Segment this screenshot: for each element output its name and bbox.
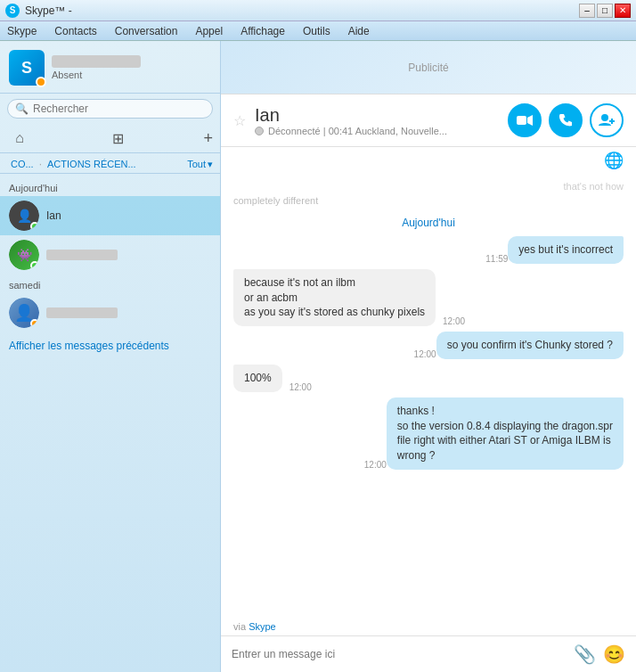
grid-icon[interactable]: ⊞ <box>105 127 130 149</box>
status-circle-icon <box>255 127 264 135</box>
group-label-saturday: samedi <box>0 275 220 293</box>
profile-status: Absent <box>52 70 211 80</box>
skype-icon: S <box>5 4 20 18</box>
message-time-5: 12:00 <box>364 460 387 470</box>
thanks-line-1: thanks ! <box>397 404 613 419</box>
search-area: 🔍 <box>0 94 220 124</box>
tab-contacts[interactable]: CO... <box>7 157 37 171</box>
menu-aide[interactable]: Aide <box>345 23 373 39</box>
contact-name-3 <box>46 307 118 318</box>
faded-message-2: completely different <box>233 195 318 206</box>
world-icon-area: 🌐 <box>221 147 636 172</box>
add-participant-button[interactable] <box>590 103 624 137</box>
star-icon[interactable]: ☆ <box>233 112 246 129</box>
contact-status-dot-2 <box>30 261 39 270</box>
titlebar-title: Skype™ - <box>25 4 72 17</box>
profile-status-dot <box>36 77 46 87</box>
message-time-4: 12:00 <box>289 382 312 392</box>
thanks-line-3: file right with either Atari ST or Amiga… <box>397 433 613 448</box>
sidebar: S Absent 🔍 ⌂ ⊞ + CO... · <box>0 41 221 672</box>
chat-contact-name: Ian <box>255 105 499 126</box>
message-input[interactable] <box>232 648 567 660</box>
chat-header-info: Ian Déconnecté | 00:41 Auckland, Nouvell… <box>255 105 499 136</box>
world-icon: 🌐 <box>604 152 624 169</box>
nav-icons: ⌂ ⊞ + <box>0 124 220 153</box>
group-label-today: Aujourd'hui <box>0 177 220 196</box>
tabs-area: CO... · ACTIONS RÉCEN... Tout ▾ <box>0 153 220 174</box>
chat-panel: Publicité ☆ Ian Déconnecté | 00:41 Auckl… <box>221 41 636 672</box>
ad-text: Publicité <box>408 61 448 74</box>
bubble-line-1: because it's not an ilbm <box>244 275 425 291</box>
titlebar: S Skype™ - – □ ✕ <box>0 0 636 21</box>
contact-status-dot-ian <box>30 222 39 231</box>
search-box[interactable]: 🔍 <box>7 99 213 119</box>
menu-affichage[interactable]: Affichage <box>237 23 289 39</box>
tab-all[interactable]: Tout ▾ <box>187 159 213 170</box>
message-row-sent-2: 12:00 so you confirm it's Chunky stored … <box>233 332 624 359</box>
close-button[interactable]: ✕ <box>615 4 631 18</box>
svg-marker-1 <box>527 115 533 126</box>
bubble-line-3: as you say it's stored as chunky pixels <box>244 305 425 320</box>
chat-contact-status: Déconnecté | 00:41 Auckland, Nouvelle... <box>255 126 499 136</box>
faded-row-2: completely different <box>233 195 624 209</box>
contact-item-ian[interactable]: 👤 Ian <box>0 196 220 235</box>
message-time-1: 11:59 <box>485 254 508 264</box>
add-contact-button[interactable]: + <box>204 129 214 148</box>
maximize-button[interactable]: □ <box>597 4 613 18</box>
minimize-button[interactable]: – <box>579 4 595 18</box>
bubble-sent-1: yes but it's incorrect <box>508 236 624 264</box>
date-divider: Aujourd'hui <box>233 217 624 229</box>
menubar: Skype Contacts Conversation Appel Affich… <box>0 21 636 41</box>
chat-input-area: 📎 😊 <box>221 635 636 672</box>
menu-skype[interactable]: Skype <box>4 23 40 39</box>
tab-recent[interactable]: ACTIONS RÉCEN... <box>44 157 140 171</box>
home-icon[interactable]: ⌂ <box>7 127 32 149</box>
tab-all-label: Tout <box>187 159 206 169</box>
contact-name-ian: Ian <box>46 209 61 222</box>
contact-item-2[interactable]: 👾 <box>0 235 220 275</box>
chat-header: ☆ Ian Déconnecté | 00:41 Auckland, Nouve… <box>221 94 636 147</box>
bubble-received-1: because it's not an ilbm or an acbm as y… <box>233 269 436 326</box>
attachment-icon[interactable]: 📎 <box>574 643 596 665</box>
contact-status-dot-3 <box>30 319 39 328</box>
main-layout: S Absent 🔍 ⌂ ⊞ + CO... · <box>0 41 636 672</box>
voice-call-button[interactable] <box>549 103 583 137</box>
message-time-2: 12:00 <box>443 316 465 326</box>
profile-info: Absent <box>52 55 211 80</box>
message-time-3: 12:00 <box>414 349 436 359</box>
message-row-received-1: because it's not an ilbm or an acbm as y… <box>233 269 624 326</box>
menu-conversation[interactable]: Conversation <box>111 23 182 39</box>
chat-messages[interactable]: that's not how completely different Aujo… <box>221 172 636 621</box>
ad-area: Publicité <box>221 41 636 94</box>
contact-avatar-3: 👤 <box>9 298 39 328</box>
menu-outils[interactable]: Outils <box>299 23 334 39</box>
skype-link[interactable]: Skype <box>249 621 276 632</box>
contact-list: Aujourd'hui 👤 Ian 👾 samedi <box>0 174 220 672</box>
bubble-received-2: 100% <box>233 365 282 392</box>
menu-appel[interactable]: Appel <box>192 23 226 39</box>
titlebar-left: S Skype™ - <box>5 4 72 18</box>
chat-header-actions <box>508 103 624 137</box>
message-row-received-2: 100% 12:00 <box>233 365 624 392</box>
emoji-icon[interactable]: 😊 <box>603 643 625 665</box>
thanks-line-4: wrong ? <box>397 448 613 463</box>
chevron-down-icon: ▾ <box>208 159 213 170</box>
show-more-link[interactable]: Afficher les messages précédents <box>0 332 220 359</box>
bubble-sent-3: thanks ! so the version 0.8.4 displaying… <box>387 397 624 470</box>
status-text: Déconnecté | 00:41 Auckland, Nouvelle... <box>268 126 447 136</box>
message-row-sent-3: 12:00 thanks ! so the version 0.8.4 disp… <box>233 397 624 470</box>
svg-rect-0 <box>517 116 526 125</box>
via-text: via <box>233 621 246 632</box>
contact-avatar-ian: 👤 <box>9 201 39 231</box>
svg-point-2 <box>601 114 608 121</box>
video-call-button[interactable] <box>508 103 542 137</box>
bubble-line-2: or an acbm <box>244 291 425 306</box>
search-input[interactable] <box>33 102 205 115</box>
search-icon: 🔍 <box>15 102 29 115</box>
contact-item-3[interactable]: 👤 <box>0 293 220 332</box>
bubble-sent-2: so you confirm it's Chunky stored ? <box>436 332 624 359</box>
menu-contacts[interactable]: Contacts <box>51 23 100 39</box>
profile-name-redacted <box>52 55 141 68</box>
faded-message-1: that's not how <box>233 181 624 192</box>
avatar: S <box>9 50 45 86</box>
